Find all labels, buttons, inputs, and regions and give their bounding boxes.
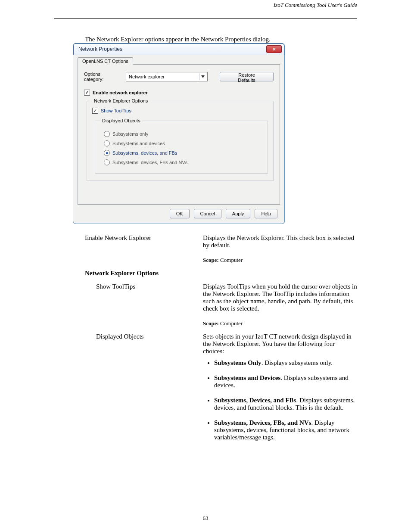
opt-label-displayed-objects: Displayed Objects bbox=[85, 331, 203, 453]
group-network-explorer-options: Network Explorer Options Show ToolTips D… bbox=[87, 98, 274, 181]
dialog-footer: OK Cancel Apply Help bbox=[78, 205, 280, 219]
scope-label: Scope: bbox=[203, 320, 219, 327]
opt-text-show-tooltips: Displays ToolTips when you hold the curs… bbox=[203, 283, 357, 312]
list-item: Subsystems, Devices, and FBs. Displays s… bbox=[214, 397, 357, 411]
list-item: Subsystems Only. Displays subsystems onl… bbox=[214, 359, 357, 367]
tab-pane: Options category: Network explorer Resto… bbox=[78, 64, 280, 205]
radio-icon bbox=[104, 131, 110, 137]
enable-network-explorer-checkbox[interactable]: Enable network explorer bbox=[84, 90, 274, 96]
ok-button[interactable]: OK bbox=[170, 209, 190, 218]
page-header: IzoT Commissiong Tool User's Guide bbox=[54, 2, 357, 9]
opt-text-displayed-objects: Sets objects in your IzoT CT network des… bbox=[203, 333, 352, 355]
table-row: Network Explorer Options bbox=[85, 268, 361, 281]
options-category-dropdown[interactable]: Network explorer bbox=[126, 72, 208, 81]
radio-subsystems-and-devices[interactable]: Subsystems and devices bbox=[104, 140, 262, 146]
tab-openlns-ct-options[interactable]: OpenLNS CT Options bbox=[78, 57, 133, 65]
close-icon: ✕ bbox=[272, 47, 276, 52]
restore-defaults-button[interactable]: Restore Defaults bbox=[220, 72, 274, 81]
help-button[interactable]: Help bbox=[255, 209, 277, 218]
intro-paragraph: The Network Explorer options appear in t… bbox=[85, 36, 357, 43]
list-item: Subsystems, Devices, FBs, and NVs. Displ… bbox=[214, 419, 357, 441]
apply-button[interactable]: Apply bbox=[226, 209, 251, 218]
options-category-label: Options category: bbox=[84, 72, 120, 82]
dialog-title: Network Properties bbox=[78, 46, 266, 52]
radio-subsystems-only[interactable]: Subsystems only bbox=[104, 131, 262, 137]
displayed-objects-legend: Displayed Objects bbox=[100, 118, 142, 123]
table-row: Enable Network Explorer Displays the Net… bbox=[85, 233, 361, 268]
radio-icon bbox=[104, 159, 110, 165]
group-heading: Network Explorer Options bbox=[85, 270, 159, 277]
opt-text-enable-ne: Displays the Network Explorer. This chec… bbox=[203, 234, 354, 249]
displayed-objects-bullets: Subsystems Only. Displays subsystems onl… bbox=[203, 359, 357, 441]
opt-label-show-tooltips: Show ToolTips bbox=[85, 281, 203, 331]
table-row: Displayed Objects Sets objects in your I… bbox=[85, 331, 361, 453]
scope-value: Computer bbox=[220, 320, 243, 327]
cancel-button[interactable]: Cancel bbox=[194, 209, 221, 218]
group-displayed-objects: Displayed Objects Subsystems only Subsys… bbox=[95, 118, 268, 174]
opt-label-enable-ne: Enable Network Explorer bbox=[85, 233, 203, 268]
radio-subsystems-devices-fbs[interactable]: Subsystems, devices, and FBs bbox=[104, 150, 262, 156]
chevron-down-icon bbox=[199, 73, 206, 80]
radio-subsystems-devices-fbs-nvs[interactable]: Subsystems, devices, FBs and NVs bbox=[104, 159, 262, 165]
checkbox-icon bbox=[84, 90, 90, 96]
table-row: Show ToolTips Displays ToolTips when you… bbox=[85, 281, 361, 331]
radio-icon bbox=[104, 140, 110, 146]
network-properties-dialog: Network Properties ✕ OpenLNS CT Options … bbox=[73, 43, 285, 224]
radio-icon bbox=[104, 150, 110, 156]
checkbox-icon bbox=[92, 108, 98, 114]
group-legend: Network Explorer Options bbox=[92, 98, 149, 103]
show-tooltips-label: Show ToolTips bbox=[101, 108, 131, 113]
enable-network-explorer-label: Enable network explorer bbox=[93, 90, 148, 95]
scope-label: Scope: bbox=[203, 257, 219, 263]
page-number: 63 bbox=[0, 515, 411, 522]
options-category-value: Network explorer bbox=[129, 74, 165, 79]
dialog-titlebar: Network Properties ✕ bbox=[73, 44, 284, 55]
options-description-table: Enable Network Explorer Displays the Net… bbox=[85, 233, 361, 453]
show-tooltips-checkbox[interactable]: Show ToolTips bbox=[92, 108, 268, 114]
close-button[interactable]: ✕ bbox=[266, 45, 282, 53]
list-item: Subsystems and Devices. Displays subsyst… bbox=[214, 374, 357, 389]
header-rule bbox=[54, 18, 357, 19]
scope-value: Computer bbox=[220, 257, 243, 263]
